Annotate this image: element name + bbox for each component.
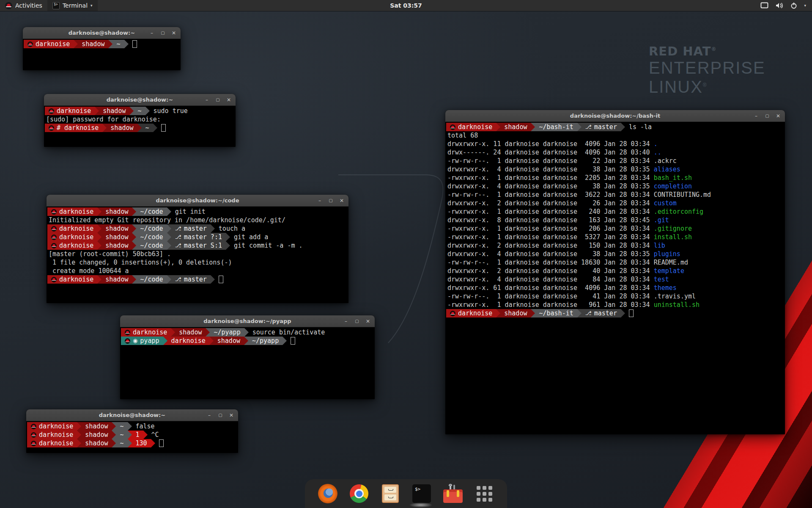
- terminal-window-bash-it[interactable]: darknoise@shadow:~/bash-it – ▢ ✕ darknoi…: [445, 110, 785, 434]
- prompt-segment-path: ~/code: [136, 224, 167, 233]
- prompt-segment-branch: ⎇master: [171, 224, 211, 233]
- prompt-segment-host: shadow: [102, 275, 132, 284]
- minimize-button[interactable]: –: [149, 30, 154, 36]
- terminal-cursor: [629, 309, 634, 317]
- dock-item-app-grid[interactable]: [474, 483, 494, 504]
- dock: $>: [305, 479, 507, 508]
- terminal-content[interactable]: darknoiseshadow~/codegit initInitialized…: [47, 207, 348, 303]
- ls-row: drwxrwxr-x. 4 darknoise darknoise 38 Jan…: [446, 182, 784, 190]
- command-text: sudo true: [154, 107, 188, 115]
- prompt-segment-path: ~/code: [136, 241, 167, 250]
- prompt-segment-path: ~/code: [136, 275, 167, 284]
- output-line: Initialized empty Git repository in /hom…: [47, 216, 348, 224]
- prompt-segment-user: darknoise: [446, 123, 496, 131]
- prompt-line: darknoiseshadow~/code⎇mastertouch a: [47, 224, 348, 233]
- close-button[interactable]: ✕: [229, 413, 234, 418]
- close-button[interactable]: ✕: [339, 198, 344, 203]
- titlebar[interactable]: darknoise@shadow:~/bash-it – ▢ ✕: [445, 110, 785, 122]
- redhat-icon: [27, 41, 33, 47]
- prompt-segment-host: shadow: [214, 337, 244, 345]
- minimize-button[interactable]: –: [204, 97, 209, 102]
- ls-row: -rw-rw-r--. 1 darknoise darknoise 3622 J…: [446, 190, 784, 199]
- terminal-window-code[interactable]: darknoise@shadow:~/code – ▢ ✕ darknoises…: [47, 195, 348, 303]
- terminal-content[interactable]: darknoiseshadow~/bash-it⎇masterls -latot…: [445, 122, 785, 434]
- prompt-segment-path: ~/pyapp: [248, 337, 283, 345]
- minimize-button[interactable]: –: [207, 413, 212, 418]
- minimize-button[interactable]: –: [317, 198, 322, 203]
- powerline-separator: [132, 241, 136, 250]
- powerline-separator: [153, 124, 157, 132]
- titlebar[interactable]: darknoise@shadow:~ – ▢ ✕: [44, 94, 236, 106]
- maximize-button[interactable]: ▢: [160, 30, 165, 36]
- powerline-separator: [74, 40, 78, 48]
- dock-item-files[interactable]: [380, 483, 401, 504]
- focused-app-menu[interactable]: $> Terminal ▾: [47, 0, 98, 11]
- prompt-segment-host: shadow: [102, 241, 132, 250]
- ls-row: -rwxrwxr-x. 1 darknoise darknoise 5327 J…: [446, 233, 784, 241]
- clock[interactable]: Sat 03:57: [390, 2, 422, 9]
- file-name: .gitignore: [654, 225, 692, 232]
- powerline-separator: [137, 124, 142, 132]
- terminal-window-home-2[interactable]: darknoise@shadow:~ – ▢ ✕ darknoiseshadow…: [26, 409, 238, 453]
- output-line: total 68: [446, 131, 784, 140]
- titlebar[interactable]: darknoise@shadow:~/code – ▢ ✕: [47, 195, 348, 207]
- prompt-segment-branch: ⎇master ?:1: [171, 233, 226, 241]
- minimize-button[interactable]: –: [343, 319, 348, 324]
- prompt-segment-host: shadow: [81, 422, 112, 431]
- terminal-content[interactable]: darknoiseshadow~falsedarknoiseshadow~1^C…: [26, 421, 238, 453]
- window-title: darknoise@shadow:~/code: [47, 197, 348, 204]
- terminal-window-sudo[interactable]: darknoise@shadow:~ – ▢ ✕ darknoiseshadow…: [44, 94, 236, 147]
- close-button[interactable]: ✕: [226, 97, 231, 102]
- minimize-button[interactable]: –: [754, 113, 759, 119]
- powerline-separator: [77, 422, 81, 431]
- maximize-button[interactable]: ▢: [215, 97, 220, 102]
- terminal-window-pyapp[interactable]: darknoise@shadow:~/pyapp – ▢ ✕ darknoise…: [120, 315, 375, 399]
- file-manager-icon: [382, 484, 399, 503]
- powerline-separator: [226, 241, 230, 250]
- close-button[interactable]: ✕: [171, 30, 176, 36]
- titlebar[interactable]: darknoise@shadow:~ – ▢ ✕: [23, 27, 181, 39]
- prompt-segment-host: shadow: [81, 431, 112, 439]
- file-name: template: [654, 267, 684, 275]
- prompt-segment-user: darknoise: [47, 207, 97, 216]
- redhat-icon: [125, 330, 130, 335]
- chevron-down-icon: ▾: [804, 3, 806, 8]
- titlebar[interactable]: darknoise@shadow:~/pyapp – ▢ ✕: [120, 315, 375, 327]
- dock-item-firefox[interactable]: [318, 483, 338, 504]
- dock-item-toolbox[interactable]: [443, 483, 463, 504]
- maximize-button[interactable]: ▢: [218, 413, 223, 418]
- redhat-icon: [51, 235, 57, 240]
- command-text: ^C: [151, 431, 159, 439]
- registered-mark: ®: [703, 82, 708, 88]
- ls-row: -rwxrwxr-x. 1 darknoise darknoise 2205 J…: [446, 174, 784, 182]
- powerline-separator: [167, 241, 171, 250]
- powerline-separator: [143, 431, 148, 439]
- powerline-separator: [244, 337, 248, 345]
- prompt-segment-branch: ⎇master: [171, 275, 211, 284]
- prompt-segment-host: shadow: [99, 107, 129, 115]
- maximize-button[interactable]: ▢: [765, 113, 770, 119]
- dock-item-chrome[interactable]: [349, 483, 369, 504]
- command-text: source bin/activate: [252, 328, 325, 337]
- close-button[interactable]: ✕: [776, 113, 781, 119]
- system-status-area[interactable]: ▾: [760, 0, 812, 11]
- terminal-window-home-1[interactable]: darknoise@shadow:~ – ▢ ✕ darknoiseshadow…: [23, 27, 181, 70]
- prompt-segment-host: shadow: [78, 40, 108, 48]
- ls-row: drwx------. 24 darknoise darknoise 4096 …: [446, 148, 784, 157]
- maximize-button[interactable]: ▢: [328, 198, 333, 203]
- close-button[interactable]: ✕: [365, 319, 370, 324]
- titlebar[interactable]: darknoise@shadow:~ – ▢ ✕: [26, 409, 238, 421]
- maximize-button[interactable]: ▢: [354, 319, 359, 324]
- ls-row: -rwxrwxr-x. 1 darknoise darknoise 961 Ja…: [446, 301, 784, 309]
- dock-item-terminal[interactable]: $>: [411, 483, 432, 504]
- redhat-icon: [450, 311, 455, 316]
- terminal-content[interactable]: darknoiseshadow~: [23, 39, 181, 70]
- terminal-content[interactable]: darknoiseshadow~/pyappsource bin/activat…: [120, 327, 375, 399]
- activities-button[interactable]: Activities: [0, 0, 47, 11]
- prompt-line: darknoiseshadow~/code⎇master ?:1git add …: [47, 233, 348, 241]
- terminal-content[interactable]: darknoiseshadow~sudo true[sudo] password…: [44, 106, 236, 147]
- prompt-segment-user: darknoise: [121, 328, 171, 337]
- prompt-line: # darknoiseshadow~: [45, 124, 235, 132]
- terminal-cursor: [132, 40, 137, 48]
- ls-row: drwxrwxr-x. 4 darknoise darknoise 38 Jan…: [446, 165, 784, 174]
